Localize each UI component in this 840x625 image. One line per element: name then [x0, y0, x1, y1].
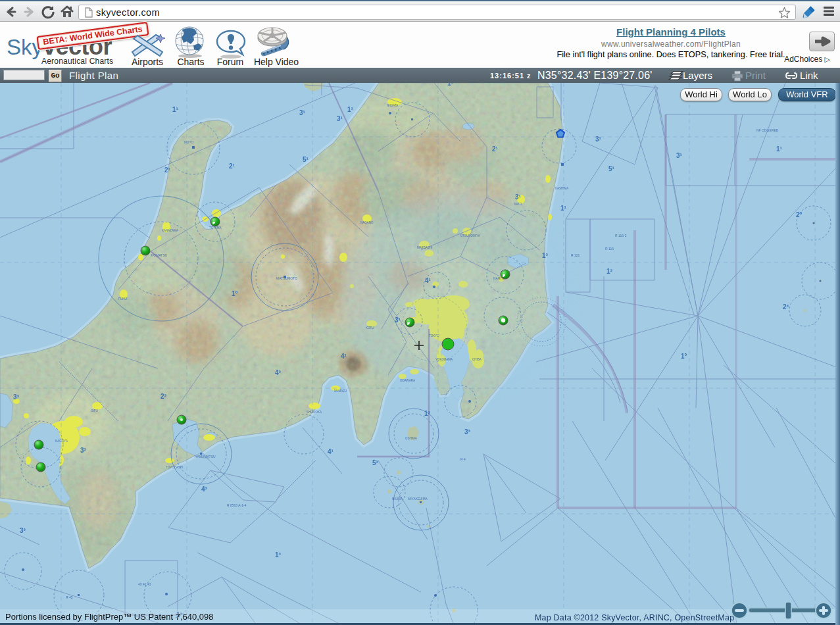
- svg-text:2¹: 2¹: [229, 162, 235, 170]
- svg-text:YOKOHAMA: YOKOHAMA: [435, 358, 453, 361]
- svg-text:FUKUI: FUKUI: [118, 297, 128, 301]
- svg-text:2³: 2³: [783, 303, 789, 311]
- svg-text:3³: 3³: [13, 393, 20, 401]
- svg-text:R 4: R 4: [460, 457, 466, 461]
- svg-text:1¹: 1¹: [447, 83, 454, 87]
- svg-text:TOYAMA: TOYAMA: [209, 226, 222, 230]
- svg-text:1°: 1°: [681, 353, 687, 360]
- svg-text:MIYAKEJIMA: MIYAKEJIMA: [408, 497, 428, 501]
- svg-text:KASHIMA: KASHIMA: [555, 187, 568, 190]
- svg-text:3³: 3³: [464, 428, 471, 436]
- svg-text:4¹: 4¹: [341, 353, 347, 360]
- svg-text:R 121: R 121: [571, 253, 580, 257]
- svg-text:4³: 4³: [201, 486, 208, 493]
- svg-text:3¹: 3¹: [395, 316, 401, 324]
- svg-text:2°: 2°: [796, 211, 803, 218]
- svg-text:R 116-2: R 116-2: [615, 234, 627, 238]
- svg-text:R 116: R 116: [605, 247, 614, 251]
- svg-text:HAMAMATSU: HAMAMATSU: [195, 455, 216, 459]
- svg-text:4¹: 4¹: [328, 448, 334, 455]
- svg-text:1¹: 1¹: [560, 205, 567, 212]
- svg-text:3¹: 3¹: [676, 152, 683, 159]
- svg-text:1³: 1³: [275, 551, 282, 559]
- svg-text:1°: 1°: [232, 290, 238, 297]
- svg-text:5³: 5³: [372, 459, 379, 466]
- svg-text:1¹: 1¹: [172, 106, 179, 113]
- svg-text:TOYOHASHI: TOYOHASHI: [166, 466, 183, 469]
- svg-text:3¹: 3¹: [515, 193, 522, 201]
- svg-text:KANAZAWA: KANAZAWA: [162, 229, 178, 232]
- svg-text:3³: 3³: [20, 527, 26, 534]
- svg-text:NF ODGERED: NF ODGERED: [756, 128, 779, 132]
- svg-text:MITO: MITO: [514, 203, 522, 206]
- svg-text:NIIJIMA: NIIJIMA: [392, 497, 403, 501]
- svg-text:MATSUMOTO: MATSUMOTO: [276, 276, 297, 280]
- svg-text:4¹: 4¹: [425, 277, 432, 284]
- svg-text:UTSUNOMIYA: UTSUNOMIYA: [460, 234, 480, 238]
- svg-text:NIIGATA: NIIGATA: [387, 104, 398, 107]
- svg-text:2¹: 2¹: [492, 145, 499, 153]
- svg-text:2¹: 2¹: [164, 166, 171, 174]
- svg-text:CHIBA: CHIBA: [472, 358, 482, 361]
- svg-text:NOTO: NOTO: [184, 140, 193, 144]
- svg-text:KOFU: KOFU: [366, 326, 374, 330]
- svg-text:R 45: R 45: [66, 595, 73, 599]
- svg-text:NUMAZU: NUMAZU: [334, 389, 347, 393]
- svg-text:1³: 1³: [424, 410, 431, 417]
- svg-text:3³: 3³: [80, 447, 87, 454]
- svg-text:R 8563 A-1-4: R 8563 A-1-4: [227, 503, 247, 507]
- svg-text:1¹: 1¹: [776, 145, 783, 153]
- svg-text:3¹: 3¹: [299, 109, 306, 116]
- svg-text:KOMATSU: KOMATSU: [151, 253, 168, 257]
- svg-text:5¹: 5¹: [608, 165, 615, 172]
- svg-text:4³: 4³: [275, 369, 282, 376]
- svg-text:5¹: 5¹: [303, 156, 309, 163]
- svg-text:40 41 43: 40 41 43: [138, 582, 151, 586]
- svg-text:3¹: 3¹: [595, 136, 602, 143]
- svg-text:1³: 1³: [542, 252, 549, 259]
- svg-text:OSHIMA: OSHIMA: [405, 437, 417, 440]
- svg-text:ODAWARA: ODAWARA: [400, 379, 415, 382]
- svg-text:SHIZUOKA: SHIZUOKA: [307, 411, 322, 414]
- svg-text:NAGANO: NAGANO: [360, 221, 374, 224]
- svg-text:1¹: 1¹: [347, 106, 354, 113]
- svg-text:NAGOYA: NAGOYA: [55, 439, 68, 443]
- svg-text:GIFU: GIFU: [91, 409, 98, 413]
- svg-text:2³: 2³: [161, 393, 167, 400]
- svg-text:TOKYO: TOKYO: [429, 334, 439, 338]
- svg-text:3¹: 3¹: [337, 115, 343, 122]
- svg-text:MAEBASHI: MAEBASHI: [417, 246, 432, 249]
- svg-text:1³: 1³: [606, 268, 613, 275]
